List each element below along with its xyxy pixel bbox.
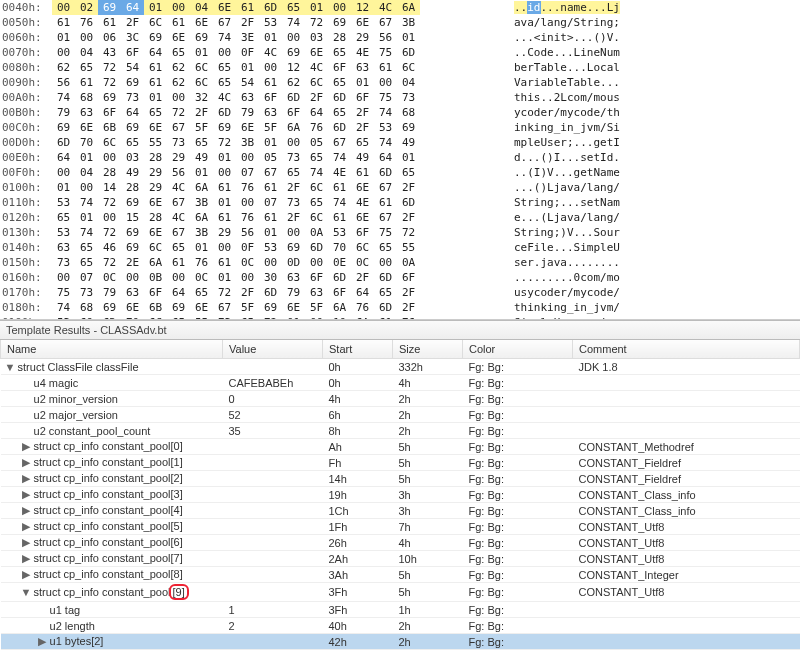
name-cell[interactable]: u2 minor_version (1, 391, 223, 407)
table-row[interactable]: u4 magicCAFEBABEh0h4hFg: Bg: (1, 375, 800, 391)
hex-row[interactable]: 0170h:757379636F6465722F6D79636F64652Fus… (0, 285, 800, 300)
table-row[interactable]: ▶ struct cp_info constant_pool[6]26h4hFg… (1, 535, 800, 551)
disclosure-closed-icon[interactable]: ▶ (21, 456, 31, 469)
hex-bytes[interactable]: 636546696C6501000F53696D706C6555 (52, 240, 504, 255)
column-header[interactable]: Size (393, 340, 463, 359)
hex-row[interactable]: 00E0h:64010003282949010005736574496401d.… (0, 150, 800, 165)
disclosure-closed-icon[interactable]: ▶ (21, 536, 31, 549)
name-cell[interactable]: u2 length (1, 618, 223, 634)
table-row[interactable]: u2 length240h2hFg: Bg: (1, 618, 800, 634)
hex-row[interactable]: 0110h:537472696E673B0100077365744E616DSt… (0, 195, 800, 210)
hex-row[interactable]: 00C0h:696E6B696E675F696E5F6A766D2F5369in… (0, 120, 800, 135)
hex-row[interactable]: 0040h:000269640100046E616D650100124C6A..… (0, 0, 800, 15)
hex-row[interactable]: 00F0h:0004284929560100076765744E616D65..… (0, 165, 800, 180)
hex-bytes[interactable]: 000269640100046E616D650100124C6A (52, 0, 504, 15)
disclosure-closed-icon[interactable]: ▶ (21, 520, 31, 533)
column-header[interactable]: Color (463, 340, 573, 359)
name-cell[interactable]: ▶ struct cp_info constant_pool[8] (1, 567, 223, 583)
table-row[interactable]: u2 constant_pool_count358h2hFg: Bg: (1, 423, 800, 439)
disclosure-closed-icon[interactable]: ▶ (21, 472, 31, 485)
table-row[interactable]: ▼ struct cp_info constant_pool[9]3Fh5hFg… (1, 583, 800, 602)
hex-bytes[interactable]: 0100063C696E69743E01000328295601 (52, 30, 504, 45)
hex-bytes[interactable]: 537472696E673B295601000A536F7572 (52, 225, 504, 240)
template-results-grid[interactable]: NameValueStartSizeColorComment ▼ struct … (0, 340, 800, 650)
table-row[interactable]: ▶ struct cp_info constant_pool[8]3Ah5hFg… (1, 567, 800, 583)
hex-row[interactable]: 0080h:6265725461626C650100124C6F63616Cbe… (0, 60, 800, 75)
name-cell[interactable]: u4 magic (1, 375, 223, 391)
name-cell[interactable]: ▼ struct cp_info constant_pool[9] (1, 583, 223, 602)
name-cell[interactable]: ▶ struct cp_info constant_pool[1] (1, 455, 223, 471)
table-row[interactable]: u2 major_version526h2hFg: Bg: (1, 407, 800, 423)
name-cell[interactable]: ▶ u1 bytes[2] (1, 634, 223, 650)
hex-bytes[interactable]: 7468696E6B696E675F696E5F6A766D2F (52, 300, 504, 315)
disclosure-closed-icon[interactable]: ▶ (21, 488, 31, 501)
table-row[interactable]: ▶ struct cp_info constant_pool[3]19h3hFg… (1, 487, 800, 503)
hex-bytes[interactable]: 696E6B696E675F696E5F6A766D2F5369 (52, 120, 504, 135)
hex-row[interactable]: 00A0h:746869730100324C636F6D2F6D6F7573th… (0, 90, 800, 105)
hex-row[interactable]: 0050h:6176612F6C616E672F537472696E673Bav… (0, 15, 800, 30)
name-cell[interactable]: ▼ struct ClassFile classFile (1, 359, 223, 375)
hex-bytes[interactable]: 6176612F6C616E672F537472696E673B (52, 15, 504, 30)
name-cell[interactable]: u2 major_version (1, 407, 223, 423)
hex-bytes[interactable]: 00070C000B000C010030636F6D2F6D6F (52, 270, 504, 285)
name-cell[interactable]: ▶ struct cp_info constant_pool[5] (1, 519, 223, 535)
hex-row[interactable]: 0130h:537472696E673B295601000A536F7572St… (0, 225, 800, 240)
table-row[interactable]: u1 tag13Fh1hFg: Bg: (1, 602, 800, 618)
hex-row[interactable]: 0160h:00070C000B000C010030636F6D2F6D6F..… (0, 270, 800, 285)
table-row[interactable]: ▼ struct ClassFile classFile0h332hFg: Bg… (1, 359, 800, 375)
hex-bytes[interactable]: 0004284929560100076765744E616D65 (52, 165, 504, 180)
column-header[interactable]: Value (223, 340, 323, 359)
disclosure-closed-icon[interactable]: ▶ (21, 440, 31, 453)
hex-bytes[interactable]: 65010015284C6A6176612F6C616E672F (52, 210, 504, 225)
table-row[interactable]: ▶ u1 bytes[2]42h2hFg: Bg: (1, 634, 800, 650)
hex-row[interactable]: 00B0h:79636F6465722F6D79636F64652F7468yc… (0, 105, 800, 120)
hex-bytes[interactable]: 01001428294C6A6176612F6C616E672F (52, 180, 504, 195)
table-row[interactable]: u2 minor_version04h2hFg: Bg: (1, 391, 800, 407)
hex-bytes[interactable]: 6265725461626C650100124C6F63616C (52, 60, 504, 75)
name-cell[interactable]: ▶ struct cp_info constant_pool[2] (1, 471, 223, 487)
disclosure-closed-icon[interactable]: ▶ (21, 568, 31, 581)
hex-row[interactable]: 0180h:7468696E6B696E675F696E5F6A766D2Fth… (0, 300, 800, 315)
hex-row[interactable]: 0120h:65010015284C6A6176612F6C616E672Fe.… (0, 210, 800, 225)
name-cell[interactable]: ▶ struct cp_info constant_pool[0] (1, 439, 223, 455)
disclosure-closed-icon[interactable]: ▶ (37, 635, 47, 648)
hex-bytes[interactable]: 6D706C65557365723B01000567657449 (52, 135, 504, 150)
hex-row[interactable]: 0070h:0004436F646501000F4C696E654E756D..… (0, 45, 800, 60)
name-cell[interactable]: ▶ struct cp_info constant_pool[4] (1, 503, 223, 519)
table-row[interactable]: ▶ struct cp_info constant_pool[1]Fh5hFg:… (1, 455, 800, 471)
hex-row[interactable]: 0060h:0100063C696E69743E01000328295601..… (0, 30, 800, 45)
column-header[interactable]: Name (1, 340, 223, 359)
name-cell[interactable]: u2 constant_pool_count (1, 423, 223, 439)
hex-bytes[interactable]: 64010003282949010005736574496401 (52, 150, 504, 165)
hex-row[interactable]: 0090h:5661726961626C655461626C65010004Va… (0, 75, 800, 90)
column-header[interactable]: Comment (573, 340, 800, 359)
hex-bytes[interactable]: 757379636F6465722F6D79636F64652F (52, 285, 504, 300)
disclosure-closed-icon[interactable]: ▶ (21, 504, 31, 517)
hex-bytes[interactable]: 79636F6465722F6D79636F64652F7468 (52, 105, 504, 120)
name-cell[interactable]: ▶ struct cp_info constant_pool[7] (1, 551, 223, 567)
column-header[interactable]: Start (323, 340, 393, 359)
name-cell[interactable]: ▶ struct cp_info constant_pool[3] (1, 487, 223, 503)
name-cell[interactable]: ▶ struct cp_info constant_pool[6] (1, 535, 223, 551)
table-row[interactable]: ▶ struct cp_info constant_pool[5]1Fh7hFg… (1, 519, 800, 535)
table-row[interactable]: ▶ struct cp_info constant_pool[4]1Ch3hFg… (1, 503, 800, 519)
table-row[interactable]: ▶ struct cp_info constant_pool[2]14h5hFg… (1, 471, 800, 487)
hex-row[interactable]: 00D0h:6D706C65557365723B01000567657449mp… (0, 135, 800, 150)
table-row[interactable]: ▶ struct cp_info constant_pool[7]2Ah10hF… (1, 551, 800, 567)
hex-row[interactable]: 0140h:636546696C6501000F53696D706C6555ce… (0, 240, 800, 255)
start-cell: 19h (323, 487, 393, 503)
name-cell[interactable]: u1 tag (1, 602, 223, 618)
hex-row[interactable]: 0150h:7365722E6A6176610C000D000E0C000Ase… (0, 255, 800, 270)
hex-bytes[interactable]: 746869730100324C636F6D2F6D6F7573 (52, 90, 504, 105)
disclosure-open-icon[interactable]: ▼ (21, 586, 31, 598)
color-cell: Fg: Bg: (463, 583, 573, 602)
table-row[interactable]: ▶ struct cp_info constant_pool[0]Ah5hFg:… (1, 439, 800, 455)
hex-bytes[interactable]: 537472696E673B0100077365744E616D (52, 195, 504, 210)
disclosure-open-icon[interactable]: ▼ (5, 361, 15, 373)
disclosure-closed-icon[interactable]: ▶ (21, 552, 31, 565)
hex-row[interactable]: 0100h:01001428294C6A6176612F6C616E672F..… (0, 180, 800, 195)
hex-bytes[interactable]: 7365722E6A6176610C000D000E0C000A (52, 255, 504, 270)
hex-bytes[interactable]: 5661726961626C655461626C65010004 (52, 75, 504, 90)
hex-view[interactable]: 0040h:000269640100046E616D650100124C6A..… (0, 0, 800, 320)
hex-bytes[interactable]: 0004436F646501000F4C696E654E756D (52, 45, 504, 60)
